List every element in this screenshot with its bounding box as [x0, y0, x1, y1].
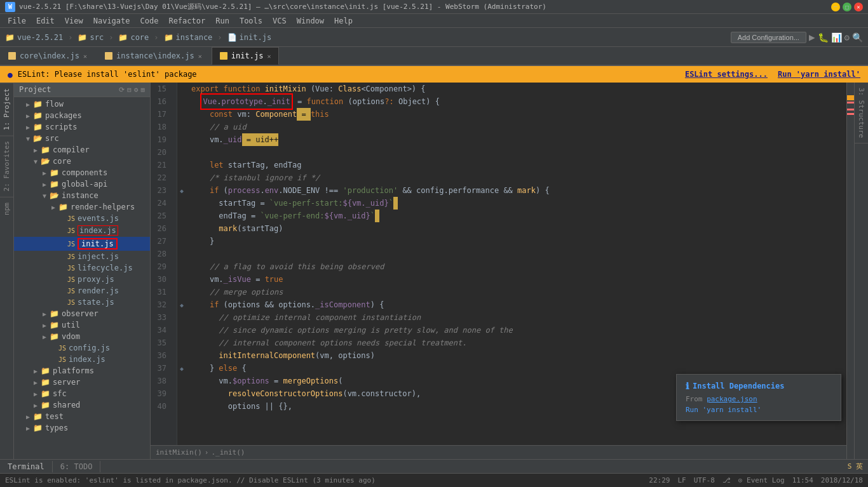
- tree-item-render-helpers[interactable]: ▶ 📁 render-helpers: [14, 201, 150, 213]
- window-controls[interactable]: ─ □ ✕: [831, 3, 863, 11]
- menu-file[interactable]: File: [3, 15, 31, 27]
- todo-tab[interactable]: 6: TODO: [53, 461, 101, 472]
- tree-item-instance[interactable]: ▼ 📂 instance: [14, 190, 150, 201]
- folder-icon: 📂: [33, 134, 43, 143]
- folder-icon: 📁: [41, 389, 50, 398]
- date-display: 2018/12/18: [821, 476, 863, 484]
- tree-item-test[interactable]: ▶ 📁 test: [14, 411, 150, 422]
- tree-item-core-index-js[interactable]: ▶ JS index.js: [14, 354, 150, 365]
- tree-item-global-api[interactable]: ▶ 📁 global-api: [14, 178, 150, 190]
- tree-item-vdom[interactable]: ▶ 📁 vdom: [14, 331, 150, 342]
- popup-run-action[interactable]: Run 'yarn install': [686, 406, 832, 414]
- git-icon: ⎇: [722, 476, 731, 484]
- tab-close-icon[interactable]: ✕: [267, 53, 271, 60]
- coverage-button[interactable]: 📊: [831, 32, 842, 43]
- tab-close-icon[interactable]: ✕: [83, 53, 87, 60]
- code-line-37: } else {: [191, 362, 854, 375]
- menu-view[interactable]: View: [60, 15, 88, 27]
- expand-arrow: ▼: [24, 135, 32, 142]
- add-configuration-button[interactable]: Add Configuration...: [731, 32, 806, 43]
- file-icon: JS: [67, 265, 75, 272]
- tab-core-index[interactable]: core\index.js ✕: [0, 47, 95, 65]
- tree-item-packages[interactable]: ▶ 📁 packages: [14, 110, 150, 121]
- tab-init-js[interactable]: init.js ✕: [212, 47, 280, 65]
- time-display: 11:54: [792, 476, 813, 484]
- menu-vcs[interactable]: VCS: [268, 15, 292, 27]
- encoding: UTF-8: [694, 476, 715, 484]
- minimize-button[interactable]: ─: [831, 3, 840, 11]
- folder-icon: 📁: [50, 332, 59, 341]
- tree-item-flow[interactable]: ▶ 📁 flow: [14, 98, 150, 110]
- maximize-button[interactable]: □: [843, 3, 851, 11]
- tree-item-scripts[interactable]: ▶ 📁 scripts: [14, 121, 150, 133]
- tree-item-render-js[interactable]: ▶ JS render.js: [14, 285, 150, 297]
- project-panel-tab[interactable]: 1: Project: [0, 83, 13, 135]
- favorites-panel-tab[interactable]: 2: Favorites: [0, 135, 13, 196]
- tree-item-compiler[interactable]: ▶ 📁 compiler: [14, 144, 150, 156]
- tree-item-state-js[interactable]: ▶ JS state.js: [14, 297, 150, 308]
- tree-item-core[interactable]: ▼ 📂 core: [14, 156, 150, 167]
- tree-item-observer[interactable]: ▶ 📁 observer: [14, 308, 150, 319]
- code-line-29: // a flag to avoid this being observed: [191, 260, 854, 273]
- tree-item-platforms[interactable]: ▶ 📁 platforms: [14, 365, 150, 377]
- eslint-settings-link[interactable]: ESLint settings...: [685, 70, 768, 79]
- npm-panel-tab[interactable]: npm: [0, 197, 13, 220]
- status-right: 22:29 LF UTF-8 ⎇ ⊙ Event Log 11:54 2018/…: [649, 476, 863, 484]
- settings-button[interactable]: ⚙: [844, 32, 850, 43]
- folder-icon: 📁: [33, 412, 43, 421]
- sidebar-settings-icon[interactable]: ⚙: [134, 86, 139, 94]
- debug-button[interactable]: 🐛: [818, 32, 829, 43]
- tree-item-lifecycle-js[interactable]: ▶ JS lifecycle.js: [14, 262, 150, 274]
- sidebar-expand-icon[interactable]: ⊞: [140, 86, 145, 94]
- expand-arrow: ▶: [24, 101, 32, 108]
- structure-panel-tab[interactable]: 3: Structure: [855, 83, 868, 143]
- menu-edit[interactable]: Edit: [31, 15, 60, 27]
- menu-window[interactable]: Window: [292, 15, 329, 27]
- tree-item-init-js[interactable]: ▶ JS init.js: [14, 237, 150, 251]
- eslint-status-bar: ESLint is enabled: 'eslint' is listed in…: [0, 473, 868, 487]
- tree-item-server[interactable]: ▶ 📁 server: [14, 377, 150, 388]
- tab-instance-index[interactable]: instance\index.js ✕: [97, 47, 210, 65]
- sidebar-collapse-icon[interactable]: ⊟: [127, 86, 132, 94]
- tree-item-index-js-instance[interactable]: ▶ JS index.js: [14, 224, 150, 237]
- eslint-warning-bar: ● ESLint: Please install 'eslint' packag…: [0, 66, 868, 83]
- menu-run[interactable]: Run: [210, 15, 234, 27]
- scrollbar-thumb[interactable]: [847, 95, 854, 100]
- tree-item-types[interactable]: ▶ 📁 types: [14, 422, 150, 434]
- code-line-34: // since dynamic options merging is pret…: [191, 324, 854, 337]
- expand-arrow: ▶: [24, 112, 32, 119]
- tab-close-icon[interactable]: ✕: [198, 53, 202, 60]
- menu-code[interactable]: Code: [135, 15, 164, 27]
- menu-tools[interactable]: Tools: [234, 15, 268, 27]
- info-icon: ℹ: [686, 381, 689, 391]
- tree-item-components[interactable]: ▶ 📁 components: [14, 167, 150, 178]
- tree-item-inject-js[interactable]: ▶ JS inject.js: [14, 251, 150, 262]
- sidebar-sync-icon[interactable]: ⟳: [119, 86, 125, 94]
- menu-refactor[interactable]: Refactor: [163, 15, 210, 27]
- package-json-link[interactable]: package.json: [707, 395, 757, 403]
- tree-item-shared[interactable]: ▶ 📁 shared: [14, 399, 150, 411]
- menu-navigate[interactable]: Navigate: [88, 15, 135, 27]
- folder-icon: 📁: [41, 366, 50, 375]
- code-line-27: }: [191, 235, 854, 248]
- folder-icon: 📁: [50, 309, 59, 318]
- tree-item-util[interactable]: ▶ 📁 util: [14, 319, 150, 331]
- tree-item-sfc[interactable]: ▶ 📁 sfc: [14, 388, 150, 399]
- tree-item-proxy-js[interactable]: ▶ JS proxy.js: [14, 274, 150, 285]
- right-scrollbar[interactable]: [846, 83, 854, 445]
- terminal-tab[interactable]: Terminal: [0, 461, 53, 472]
- sogou-input[interactable]: S 英: [843, 462, 868, 471]
- folder-icon: 📁: [33, 424, 43, 432]
- menu-help[interactable]: Help: [329, 15, 358, 27]
- code-editor[interactable]: 15 16 17 18 19 20 21 22 23 24 25 26 27 2…: [151, 83, 854, 459]
- eslint-install-link[interactable]: Run 'yarn install': [778, 70, 860, 79]
- tree-item-src[interactable]: ▼ 📂 src: [14, 133, 150, 144]
- folder-icon: 📁: [41, 401, 50, 410]
- tree-item-events-js[interactable]: ▶ JS events.js: [14, 213, 150, 224]
- tree-item-config-js[interactable]: ▶ JS config.js: [14, 342, 150, 354]
- tab-file-icon: [105, 52, 112, 60]
- run-button[interactable]: ▶: [809, 31, 815, 43]
- close-button[interactable]: ✕: [854, 3, 863, 11]
- search-everywhere-icon[interactable]: 🔍: [852, 32, 863, 43]
- code-line-22: /* istanbul ignore if */: [191, 171, 854, 184]
